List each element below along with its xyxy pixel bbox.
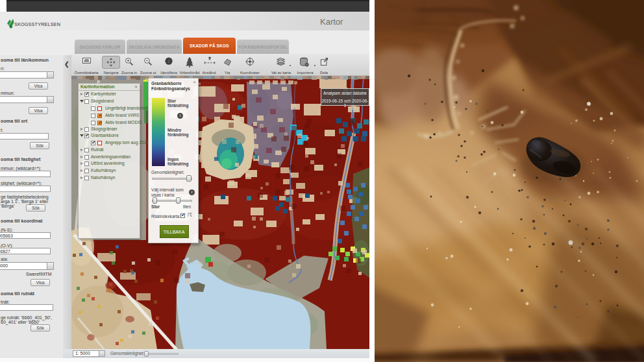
svg-text:SKOGSSTYRELSEN: SKOGSSTYRELSEN bbox=[14, 21, 60, 27]
svg-text:?: ? bbox=[208, 56, 211, 60]
